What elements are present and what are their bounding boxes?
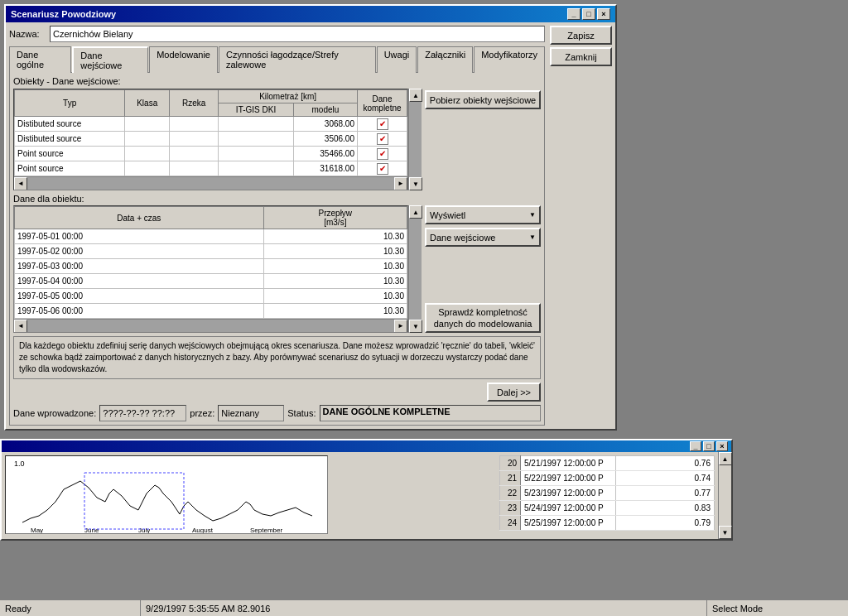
- objects-h-scrollbar: ◄ ►: [14, 176, 407, 190]
- status-bar: Ready 9/29/1997 5:35:55 AM 82.9016 Selec…: [0, 599, 848, 616]
- sprawdz-button[interactable]: Sprawdź kompletnośćdanych do modelowania: [425, 303, 541, 333]
- col-rzeka: Rzeka: [170, 90, 219, 117]
- cell-date-0: 5/21/1997 12:00:00 P: [521, 456, 616, 471]
- scroll-left-btn[interactable]: ◄: [14, 177, 27, 190]
- col-klasa: Klasa: [125, 90, 170, 117]
- zapisz-button[interactable]: Zapisz: [550, 26, 612, 45]
- scroll-up-btn[interactable]: ▲: [409, 89, 422, 102]
- tab-czynnosci[interactable]: Czynności łagodzące/Strefy zalewowe: [219, 46, 376, 73]
- secondary-scrollbar: ▲ ▼: [718, 452, 731, 539]
- cell-kompletne-1: ✔: [358, 132, 407, 147]
- dane-arrow-icon: ▼: [529, 233, 536, 241]
- tab-modyfikatorzy[interactable]: Modyfikatorzy: [474, 46, 545, 73]
- cell-val-5: 10.30: [263, 304, 407, 319]
- data-scroll-track[interactable]: [409, 219, 422, 320]
- table-row: Distibuted source 3506.00 ✔: [15, 132, 407, 147]
- cell-num-3: 23: [500, 501, 521, 516]
- right-buttons: Zapisz Zamknij: [550, 26, 612, 66]
- tab-modelowanie[interactable]: Modelowanie: [149, 46, 218, 73]
- data-row-1: 1997-05-02 00:00 10.30: [15, 244, 407, 259]
- cell-itgis-3: [219, 161, 294, 176]
- dane-date-input[interactable]: [99, 405, 186, 421]
- data-scroll-right[interactable]: ►: [394, 320, 407, 333]
- svg-text:1997: 1997: [27, 533, 42, 534]
- cell-klasa-1: [125, 132, 170, 147]
- data-row-2: 1997-05-03 00:00 10.30: [15, 259, 407, 274]
- data-table-container: Data + czas Przepływ[m3/s] 1997-05-01 00…: [13, 205, 408, 333]
- cell-val-3: 10.30: [263, 274, 407, 289]
- status-time: 9/29/1997 5:35:55 AM 82.9016: [141, 600, 707, 616]
- sec-maximize-btn[interactable]: □: [703, 441, 715, 451]
- tab-zalaczniki[interactable]: Załączniki: [417, 46, 473, 73]
- name-row-wrapper: Nazwa: Dane ogólne Dane wejściowe Modelo…: [9, 26, 612, 426]
- cell-num-2: 22: [500, 486, 521, 501]
- checkbox-3[interactable]: ✔: [377, 163, 388, 175]
- scroll-h-track[interactable]: [27, 177, 394, 190]
- dalej-button[interactable]: Dalej >>: [487, 383, 541, 402]
- close-btn[interactable]: ×: [597, 8, 610, 20]
- status-field: DANE OGÓLNE KOMPLETNE: [320, 405, 541, 421]
- col-dataczas: Data + czas: [15, 207, 264, 229]
- scroll-right-btn[interactable]: ►: [394, 177, 407, 190]
- list-item: 22 5/23/1997 12:00:00 P 0.77: [500, 486, 715, 501]
- sec-close-btn[interactable]: ×: [716, 441, 728, 451]
- cell-rzeka-0: [170, 117, 219, 132]
- cell-modelu-3: 31618.00: [293, 161, 357, 176]
- table-with-scroll: Typ Klasa Rzeka Kilometraż [km] Dane kom…: [13, 89, 422, 190]
- wyswietl-arrow-icon: ▼: [529, 211, 536, 219]
- data-scroll-up[interactable]: ▲: [409, 205, 422, 219]
- objects-v-scrollbar: ▲ ▼: [408, 89, 422, 190]
- cell-num-1: 21: [500, 471, 521, 486]
- svg-rect-11: [84, 473, 184, 529]
- cell-klasa-3: [125, 161, 170, 176]
- col-typ: Typ: [15, 90, 125, 117]
- data-row-3: 1997-05-04 00:00 10.30: [15, 274, 407, 289]
- data-table-wrapper: Data + czas Przepływ[m3/s] 1997-05-01 00…: [13, 205, 422, 333]
- data-section: Dane dla obiektu: Data + czas Przepływ[m…: [13, 194, 541, 333]
- checkbox-2[interactable]: ✔: [377, 148, 388, 160]
- wyswietl-button[interactable]: Wyświetl ▼: [425, 205, 541, 224]
- tab-dane-ogolne[interactable]: Dane ogólne: [9, 46, 71, 73]
- info-text: Dla każdego obiektu zdefiniuj serię dany…: [13, 336, 541, 379]
- cell-val-2: 0.77: [616, 486, 715, 501]
- dane-wejsciowe-button[interactable]: Dane wejściowe ▼: [425, 228, 541, 247]
- list-item: 21 5/22/1997 12:00:00 P 0.74: [500, 471, 715, 486]
- cell-date-5: 1997-05-06 00:00: [15, 304, 264, 319]
- data-row-4: 1997-05-05 00:00 10.30: [15, 289, 407, 304]
- secondary-title-bar: _ □ ×: [2, 440, 731, 452]
- minimize-btn[interactable]: _: [567, 8, 581, 20]
- cell-val-4: 0.79: [616, 516, 715, 531]
- scroll-track[interactable]: [409, 102, 422, 177]
- name-input[interactable]: [50, 26, 545, 42]
- svg-text:1997: 1997: [135, 533, 150, 534]
- objects-table-wrapper: Typ Klasa Rzeka Kilometraż [km] Dane kom…: [13, 89, 422, 190]
- checkbox-0[interactable]: ✔: [377, 118, 388, 130]
- przez-input[interactable]: [218, 405, 284, 421]
- maximize-btn[interactable]: □: [582, 8, 595, 20]
- objects-table: Typ Klasa Rzeka Kilometraż [km] Dane kom…: [14, 89, 407, 176]
- data-right-buttons: Wyświetl ▼ Dane wejściowe ▼ Sprawdź komp…: [425, 205, 541, 333]
- tab-uwagi[interactable]: Uwagi: [377, 46, 417, 73]
- cell-modelu-1: 3506.00: [293, 132, 357, 147]
- data-v-scrollbar: ▲ ▼: [408, 205, 422, 333]
- data-scroll-down[interactable]: ▼: [409, 320, 422, 333]
- checkbox-1[interactable]: ✔: [377, 133, 388, 145]
- col-kilometraz: Kilometraż [km]: [219, 90, 358, 103]
- main-window: Scenariusz Powodziowy _ □ × Nazwa: Dane …: [4, 4, 617, 431]
- objects-section-label: Obiekty - Dane wejściowe:: [13, 76, 541, 86]
- sec-scroll-down[interactable]: ▼: [719, 526, 732, 539]
- list-item: 20 5/21/1997 12:00:00 P 0.76: [500, 456, 715, 471]
- sec-scroll-up[interactable]: ▲: [719, 452, 732, 465]
- scroll-down-btn[interactable]: ▼: [409, 177, 422, 190]
- cell-date-1: 1997-05-02 00:00: [15, 244, 264, 259]
- status-ready: Ready: [0, 600, 141, 616]
- data-scroll-left[interactable]: ◄: [14, 320, 27, 333]
- cell-date-1: 5/22/1997 12:00:00 P: [521, 471, 616, 486]
- cell-date-2: 1997-05-03 00:00: [15, 259, 264, 274]
- sec-minimize-btn[interactable]: _: [690, 441, 701, 451]
- svg-text:1997: 1997: [82, 533, 97, 534]
- tab-dane-wejsciowe[interactable]: Dane wejściowe: [72, 46, 148, 73]
- data-scroll-h-track[interactable]: [27, 320, 394, 332]
- pobierz-obiekty-button[interactable]: Pobierz obiekty wejściowe: [425, 90, 541, 109]
- zamknij-button[interactable]: Zamknij: [550, 47, 612, 66]
